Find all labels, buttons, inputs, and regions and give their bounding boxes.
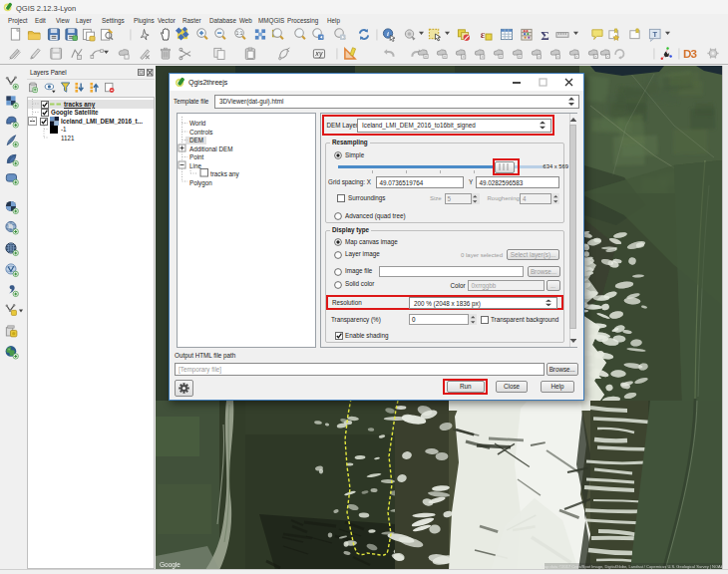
svg-text:i: i [387,30,389,38]
svg-text:T: T [652,30,657,39]
svg-text:D3: D3 [683,47,697,60]
svg-text:1:1: 1:1 [236,31,243,36]
svg-text:ε: ε [481,29,486,40]
svg-text:Σ: Σ [541,28,549,43]
svg-text:xy: xy [314,50,323,58]
svg-text:Google: Google [160,561,181,569]
